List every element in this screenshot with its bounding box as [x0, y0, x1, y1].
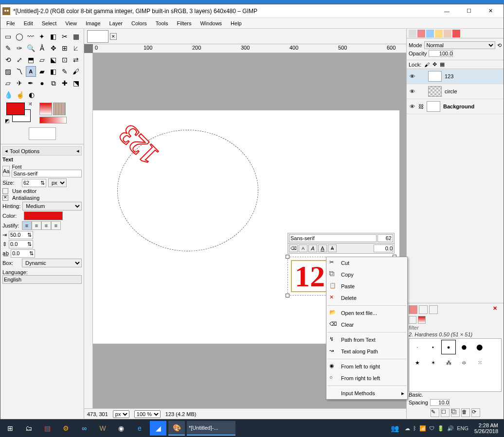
fuzzy-select-tool[interactable]: ✦	[37, 31, 47, 42]
tb-word-icon[interactable]: W	[94, 421, 111, 436]
flip-tool[interactable]: ⇄	[71, 54, 81, 65]
ctx-open[interactable]: 📂Open text file...	[326, 307, 407, 319]
ctx-cut[interactable]: ✂Cut	[326, 257, 407, 269]
perspective-clone-tool[interactable]: ⬔	[71, 78, 81, 88]
tb-chrome-icon[interactable]: ◉	[113, 421, 129, 436]
brush-swatch-2[interactable]	[418, 316, 426, 324]
ctx-clear[interactable]: ⌫Clear	[326, 319, 407, 331]
airbrush-tool[interactable]: ✈	[14, 78, 24, 88]
language-input[interactable]	[2, 275, 82, 284]
use-editor-check[interactable]	[2, 188, 8, 194]
box-select[interactable]: Dynamic	[22, 259, 82, 267]
popup-bold-icon[interactable]: A	[299, 245, 307, 252]
zoom-tool[interactable]: 🔍	[26, 43, 36, 53]
rotate-tool[interactable]: ⟲	[3, 54, 13, 65]
ellipse-select-tool[interactable]: ◯	[14, 31, 24, 42]
linesp-spinner[interactable]: 0.0⇅	[9, 240, 33, 248]
font-tab-icon[interactable]	[429, 305, 438, 314]
popup-size-input[interactable]	[378, 234, 393, 242]
ruler-horizontal[interactable]: 0 100 200 300 400 500 600	[93, 44, 406, 53]
brush-cell[interactable]: ⁂	[441, 355, 456, 370]
ctx-paste[interactable]: 📋Paste	[326, 280, 407, 292]
menu-colors[interactable]: Colors	[127, 19, 151, 27]
minimize-button[interactable]: —	[436, 4, 458, 18]
pointer-tab-icon[interactable]	[452, 30, 460, 37]
hinting-select[interactable]: Medium	[22, 202, 82, 210]
justify-fill[interactable]: ≡	[51, 221, 61, 230]
mode-reset-icon[interactable]: ⟲	[497, 42, 502, 49]
cage-tool[interactable]: ▨	[3, 66, 13, 77]
justify-center[interactable]: ≡	[41, 221, 51, 230]
antialias-check[interactable]	[2, 195, 8, 201]
bucket-tool[interactable]: ▰	[37, 66, 47, 77]
tray-bt-icon[interactable]: ᛒ	[413, 425, 416, 431]
layers-tab-icon[interactable]	[409, 30, 416, 37]
layer-name[interactable]: circle	[445, 88, 457, 94]
tb-app-icon[interactable]: ◢	[150, 421, 166, 436]
menu-edit[interactable]: Edit	[20, 19, 37, 27]
layer-row[interactable]: 👁 circle	[407, 84, 504, 99]
brush-edit-icon[interactable]: ✎	[431, 408, 439, 417]
tb-gear-icon[interactable]: ⚙	[57, 421, 74, 436]
tray-net-icon[interactable]: 📶	[419, 425, 426, 432]
lock-pixels-icon[interactable]: 🖌	[424, 62, 430, 68]
size-spinner[interactable]: 62⇅	[22, 179, 46, 187]
brush-swatch-1[interactable]	[409, 316, 416, 324]
smudge-tool[interactable]: ☝	[15, 89, 25, 100]
free-select-tool[interactable]: 〰	[26, 31, 36, 42]
layer-name[interactable]: 123	[445, 73, 453, 79]
indent-spinner[interactable]: 50.0⇅	[9, 231, 33, 239]
close-doc-icon[interactable]: ✕	[110, 33, 117, 40]
swap-colors-icon[interactable]: ⤭	[28, 101, 32, 106]
menu-filters[interactable]: Filters	[173, 19, 196, 27]
close-button[interactable]: ✕	[480, 4, 502, 18]
layer-name[interactable]: Background	[443, 104, 474, 109]
pencil-tool[interactable]: ✎	[59, 66, 70, 77]
transform-tool[interactable]: ⬕	[48, 54, 58, 65]
menu-file[interactable]: File	[2, 19, 19, 27]
channels-tab-icon[interactable]	[417, 30, 425, 37]
mode-select[interactable]: Normal	[424, 41, 495, 49]
ctx-input-methods[interactable]: Input Methods	[326, 387, 407, 399]
paths-tool[interactable]: ✎	[3, 43, 13, 53]
tray-cloud-icon[interactable]: ☁	[405, 425, 410, 432]
ink-tool[interactable]: ✒	[26, 78, 36, 88]
lettersp-spinner[interactable]: 0.0⇅	[11, 249, 35, 258]
fg-bg-swatch[interactable]: ⤭ ◩	[6, 103, 31, 122]
tb-gimp-window[interactable]: *[Untitled]-...	[187, 421, 235, 436]
crop-tool[interactable]: ⟀	[71, 43, 81, 53]
brush-cell[interactable]: ⁙	[472, 355, 487, 370]
eye-icon[interactable]: 👁	[409, 73, 415, 79]
menu-windows[interactable]: Windows	[196, 19, 226, 27]
brush-refresh-icon[interactable]: ⟳	[471, 408, 480, 417]
layer-row[interactable]: 👁 123	[407, 69, 504, 84]
active-image-thumb[interactable]	[29, 127, 56, 140]
scissors-tool[interactable]: ✂	[59, 31, 70, 42]
popup-italic-icon[interactable]: A	[308, 245, 317, 252]
gradient-preview[interactable]	[39, 117, 67, 123]
ruler-vertical[interactable]	[84, 53, 93, 408]
text-tool[interactable]: A	[26, 66, 36, 77]
brush-cell[interactable]: ·	[410, 340, 425, 354]
brush-cell[interactable]: ●	[472, 340, 487, 354]
tb-edge-icon[interactable]: e	[131, 421, 148, 436]
lock-alpha-icon[interactable]: ▦	[440, 61, 445, 68]
justify-left[interactable]: ≡	[22, 221, 32, 230]
layer-row[interactable]: 👁⛓ Background	[407, 99, 504, 114]
brush-cell[interactable]: •	[426, 340, 440, 354]
hist-tab-icon[interactable]	[444, 30, 451, 37]
heal-tool[interactable]: ✚	[59, 78, 70, 88]
clock[interactable]: 2:28 AM 5/26/2018	[470, 422, 502, 434]
brush-new-icon[interactable]: ☐	[441, 408, 450, 417]
unit-select[interactable]: px	[113, 410, 129, 418]
ctx-copy[interactable]: ⿻Copy	[326, 269, 407, 280]
zoom-select[interactable]: 100 %	[134, 410, 161, 418]
color-select-tool[interactable]: ◧	[48, 31, 58, 42]
warp-tool[interactable]: 〽	[14, 66, 24, 77]
popup-font-input[interactable]	[289, 234, 377, 242]
font-icon[interactable]: Aa	[2, 166, 10, 176]
measure-tool[interactable]: Å	[37, 43, 47, 53]
ctx-path-from-text[interactable]: ↯Path from Text	[326, 334, 407, 346]
opacity-input[interactable]	[429, 50, 453, 57]
tray-lang[interactable]: ENG	[457, 425, 468, 431]
